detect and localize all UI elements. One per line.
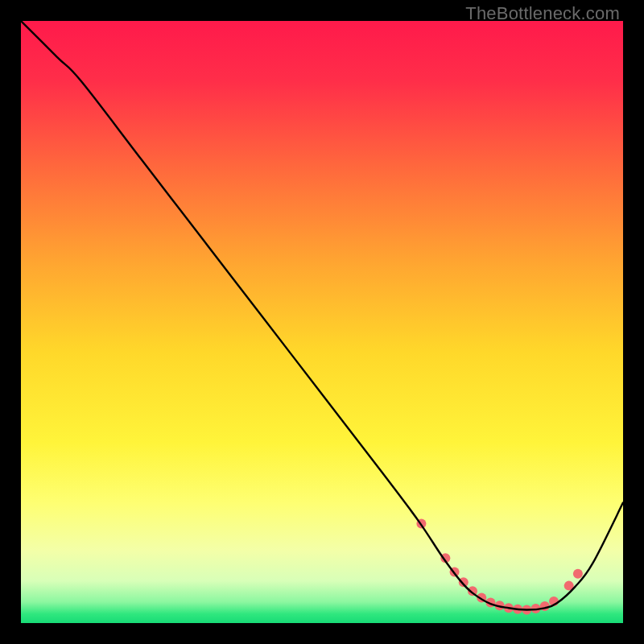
chart-background bbox=[21, 21, 623, 623]
chart-marker bbox=[573, 569, 583, 579]
chart-frame bbox=[21, 21, 623, 623]
chart-svg bbox=[21, 21, 623, 623]
